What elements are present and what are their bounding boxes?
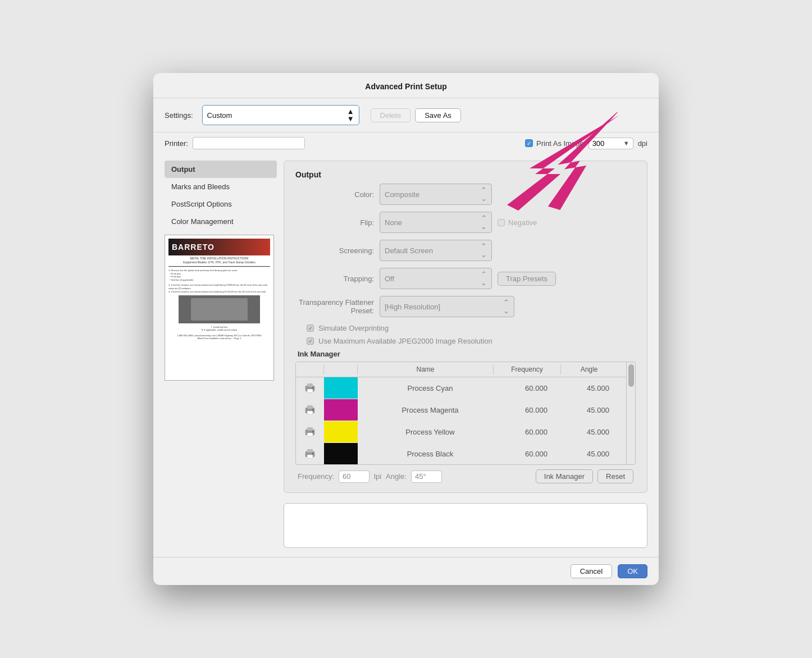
print-as-image-section: ✓ Print As Image 300 ▼ dpi [525,138,647,149]
ink-table-body: Process Cyan 60.000 45.000 [296,377,626,464]
black-name: Process Black [358,447,503,460]
preview-header: BARRETO [168,239,270,255]
dpi-dropdown[interactable]: 300 ▼ [589,138,633,149]
right-panel: Output Color: Composite ⌃⌄ Flip: None [284,161,647,548]
simulate-overprinting-label: Simulate Overprinting [318,324,389,332]
cancel-button[interactable]: Cancel [571,564,612,578]
ink-row-cyan: Process Cyan 60.000 45.000 [296,377,626,399]
printer-label: Printer: [165,139,188,148]
angle-input[interactable] [411,470,442,483]
svg-rect-2 [307,389,313,392]
sidebar-item-color-management-label: Color Management [171,217,234,226]
jpeg-resolution-checkbox[interactable]: ✓ [307,337,314,345]
sidebar-item-marks-bleeds[interactable]: Marks and Bleeds [165,178,277,195]
color-chevron-icon: ⌃⌄ [481,186,487,203]
cyan-frequency: 60.000 [503,384,570,392]
main-content: Output Marks and Bleeds PostScript Optio… [153,154,659,557]
ink-col-icon-header [296,364,324,374]
simulate-overprinting-checkbox[interactable]: ✓ [307,325,314,332]
flip-dropdown[interactable]: None ⌃⌄ [380,212,492,233]
yellow-color-swatch [324,421,358,442]
ok-button[interactable]: OK [618,564,647,578]
printer-icon-yellow [303,425,317,438]
ink-icon-cyan [296,379,324,397]
top-buttons: Delete Save As [371,108,461,122]
screening-dropdown[interactable]: Default Screen ⌃⌄ [380,240,492,261]
scrollbar-thumb[interactable] [628,364,634,387]
color-dropdown[interactable]: Composite ⌃⌄ [380,184,492,205]
delete-button[interactable]: Delete [371,108,411,122]
frequency-unit: lpi [374,472,381,481]
printer-input[interactable] [193,137,305,149]
svg-point-7 [312,409,314,411]
svg-rect-9 [307,427,313,431]
trapping-dropdown[interactable]: Off ⌃⌄ [380,268,492,289]
preview-brand-text: BARRETO [172,243,215,252]
trap-presets-button[interactable]: Trap Presets [498,272,556,286]
negative-checkbox[interactable] [498,219,505,226]
printer-icon-black [303,447,317,460]
sidebar-item-output[interactable]: Output [165,161,277,178]
frequency-input[interactable] [339,470,369,483]
flip-value: None [385,218,402,227]
sidebar-item-postscript[interactable]: PostScript Options [165,195,277,213]
preview-divider [168,266,270,267]
dpi-arrow-icon: ▼ [623,140,629,147]
ink-col-freq-header: Frequency [494,364,561,374]
ink-row-magenta: Process Magenta 60.000 45.000 [296,399,626,421]
color-label: Color: [295,190,374,199]
sidebar-item-output-label: Output [171,165,195,173]
left-panel: Output Marks and Bleeds PostScript Optio… [165,161,277,548]
print-as-image-checkbox[interactable]: ✓ [525,139,533,147]
sidebar-item-color-management[interactable]: Color Management [165,213,277,230]
svg-point-3 [312,387,314,389]
ink-manager-section: Ink Manager Name [295,350,636,483]
trapping-chevron-icon: ⌃⌄ [481,270,487,287]
color-row: Color: Composite ⌃⌄ [295,184,636,205]
simulate-overprinting-row: ✓ Simulate Overprinting [295,324,636,332]
jpeg-resolution-row: ✓ Use Maximum Available JPEG2000 Image R… [295,337,636,345]
svg-rect-13 [307,449,313,453]
preview-sub-header: METAL TINE INSTALLATION INSTRUCTIONS Equ… [168,257,270,264]
trapping-value: Off [385,275,394,283]
screening-label: Screening: [295,246,374,255]
ink-col-name-header: Name [358,364,494,374]
ink-manager-title: Ink Manager [295,350,636,358]
ink-manager-button[interactable]: Ink Manager [536,469,593,483]
negative-label: Negative [508,218,537,227]
yellow-angle: 45.000 [570,428,626,436]
svg-point-15 [312,453,314,455]
yellow-name: Process Yellow [358,426,503,438]
magenta-name: Process Magenta [358,404,503,417]
preview-image [179,295,260,323]
ink-table-scrollbar[interactable] [626,362,635,464]
print-as-image-checkbox-label[interactable]: ✓ Print As Image [525,139,584,148]
settings-value: Custom [207,111,232,120]
print-as-image-text: Print As Image [536,139,584,148]
printer-icon-cyan [303,381,317,395]
frequency-label: Frequency: [298,472,334,481]
black-angle: 45.000 [570,450,626,458]
notes-area[interactable] [284,503,647,548]
reset-button[interactable]: Reset [597,469,633,483]
transparency-dropdown[interactable]: [High Resolution] ⌃⌄ [380,296,514,317]
negative-checkbox-row[interactable]: Negative [498,218,537,227]
svg-rect-5 [307,405,313,409]
transparency-label: Transparency Flattener Preset: [295,298,374,315]
settings-dropdown[interactable]: Custom ▲▼ [202,105,359,125]
output-section-title: Output [295,170,636,179]
dropdown-arrow-icon: ▲▼ [347,108,354,122]
trapping-label: Trapping: [295,275,374,283]
dpi-value: 300 [592,139,605,148]
advanced-print-setup-dialog: Advanced Print Setup Settings: Custom ▲▼… [153,73,659,585]
second-bar: Printer: ✓ Print As Image 300 ▼ dpi [153,132,659,154]
save-as-button[interactable]: Save As [415,108,461,122]
flip-chevron-icon: ⌃⌄ [481,214,487,231]
document-preview: BARRETO METAL TINE INSTALLATION INSTRUCT… [165,235,274,381]
ink-row-yellow: Process Yellow 60.000 45.000 [296,421,626,443]
sidebar-item-marks-bleeds-label: Marks and Bleeds [171,182,230,191]
svg-rect-6 [307,411,313,414]
black-frequency: 60.000 [503,450,570,458]
ink-col-color-header [324,364,358,374]
ink-manager-table: Name Frequency Angle [295,362,636,465]
